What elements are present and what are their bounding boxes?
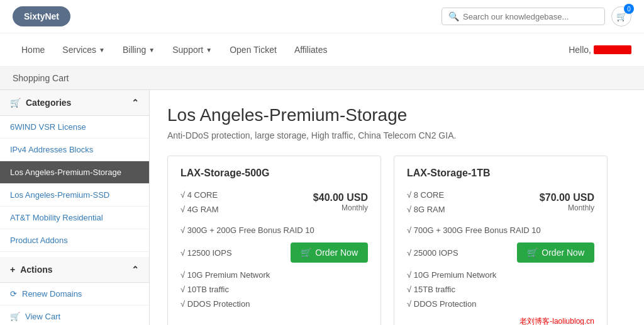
card-1tb-period: Monthly [540,203,594,212]
card-1tb-price: $70.00 USD Monthly [540,192,594,212]
billing-dropdown-arrow: ▼ [148,47,155,54]
search-box: 🔍 [441,8,605,25]
nav-affiliates[interactable]: Affiliates [286,33,336,66]
nav-user: Hello, [569,45,631,55]
logo[interactable]: SixtyNet [13,6,70,26]
support-dropdown-arrow: ▼ [206,47,212,54]
sidebar-item-renew-domains[interactable]: ⟳ Renew Domains [0,283,149,305]
card-500g-features-iops: √ 12500 IOPS [180,246,232,260]
actions-collapse-icon: ⌃ [131,265,139,275]
categories-header-left: 🛒 Categories [10,98,71,108]
card-500g-features-more: √ 300G + 200G Free Bonus RAID 10 [180,223,368,237]
order-btn-500g[interactable]: 🛒 Order Now [291,242,368,263]
feature-500g-6: √ DDOS Protection [180,297,368,311]
feature-500g-3: √ 12500 IOPS [180,246,232,260]
nav-home[interactable]: Home [13,33,53,66]
top-right: 🔍 🛒 0 [441,6,631,26]
sidebar-item-att[interactable]: AT&T Mobility Residential [0,207,149,229]
renew-icon: ⟳ [10,289,17,299]
nav-billing[interactable]: Billing ▼ [114,33,164,66]
search-icon: 🔍 [448,11,459,21]
feature-500g-5: √ 10TB traffic [180,282,368,297]
cart-icon: 🛒 [10,98,21,108]
actions-label: Actions [20,265,52,275]
page-title: Los Angeles-Premium-Storage [167,105,626,125]
nav-items: Home Services ▼ Billing ▼ Support ▼ Open… [13,33,569,66]
feature-1tb-4: √ 10G Premium Network [407,268,594,282]
card-500g-title: LAX-Storage-500G [180,168,368,179]
nav-user-name-redacted [594,45,631,54]
sidebar-item-la-ssd[interactable]: Los Angeles-Premium-SSD [0,184,149,207]
card-1tb-features-rest: √ 10G Premium Network √ 15TB traffic √ D… [407,268,594,311]
main-content: Los Angeles-Premium-Storage Anti-DDoS pr… [150,90,644,325]
sidebar-item-6wind[interactable]: 6WIND VSR License [0,116,149,139]
view-cart-label: View Cart [25,312,60,321]
actions-header-left: + Actions [10,265,53,275]
feature-500g-1: √ 4G RAM [180,202,219,217]
cart-badge: 🛒 0 [611,6,631,26]
categories-label: Categories [26,98,71,108]
product-card-500g: LAX-Storage-500G √ 4 CORE √ 4G RAM $40.0… [167,156,381,325]
feature-1tb-1: √ 8G RAM [407,202,445,217]
product-cards: LAX-Storage-500G √ 4 CORE √ 4G RAM $40.0… [167,156,626,325]
cart-count: 0 [624,4,634,14]
services-dropdown-arrow: ▼ [99,47,105,54]
card-500g-period: Monthly [313,203,368,212]
card-500g-features: √ 4 CORE √ 4G RAM [180,188,219,217]
cart-icon-btn-500g: 🛒 [301,248,311,258]
card-1tb-title: LAX-Storage-1TB [407,168,594,179]
categories-collapse-icon: ⌃ [131,98,139,108]
product-card-1tb: LAX-Storage-1TB √ 8 CORE √ 8G RAM $70.00… [394,156,608,325]
nav-user-hello: Hello, [569,45,591,55]
card-500g-features-rest: √ 10G Premium Network √ 10TB traffic √ D… [180,268,368,311]
feature-1tb-3: √ 25000 IOPS [407,246,458,260]
nav-services[interactable]: Services ▼ [53,33,114,66]
order-btn-1tb[interactable]: 🛒 Order Now [517,242,594,263]
card-1tb-features-more: √ 700G + 300G Free Bonus RAID 10 [407,223,594,237]
page-subtitle: Anti-DDoS protection, large storage, Hig… [167,130,626,140]
sidebar-item-view-cart[interactable]: 🛒 View Cart [0,305,149,325]
card-1tb-features-iops: √ 25000 IOPS [407,246,458,260]
plus-icon: + [10,265,15,275]
sidebar-item-la-storage[interactable]: Los Angeles-Premium-Storage [0,161,149,184]
nav-open-ticket[interactable]: Open Ticket [221,33,286,66]
view-cart-icon: 🛒 [10,312,20,321]
card-500g-price-amount: $40.00 USD [313,192,368,203]
sidebar: 🛒 Categories ⌃ 6WIND VSR License IPv4 Ad… [0,90,150,325]
sidebar-item-ipv4[interactable]: IPv4 Addresses Blocks [0,139,149,161]
top-bar: SixtyNet 🔍 🛒 0 [0,0,644,33]
card-1tb-price-amount: $70.00 USD [540,192,594,203]
order-btn-1tb-label: Order Now [541,248,584,258]
feature-1tb-2: √ 700G + 300G Free Bonus RAID 10 [407,223,594,237]
card-1tb-price-row: √ 8 CORE √ 8G RAM $70.00 USD Monthly [407,188,594,217]
card-500g-price-row: √ 4 CORE √ 4G RAM $40.00 USD Monthly [180,188,368,217]
order-btn-500g-label: Order Now [315,248,358,258]
feature-500g-0: √ 4 CORE [180,188,219,202]
main-layout: 🛒 Categories ⌃ 6WIND VSR License IPv4 Ad… [0,90,644,325]
actions-section-header[interactable]: + Actions ⌃ [0,257,149,283]
feature-1tb-0: √ 8 CORE [407,188,445,202]
feature-1tb-5: √ 15TB traffic [407,282,594,297]
main-nav: Home Services ▼ Billing ▼ Support ▼ Open… [0,33,644,67]
feature-500g-2: √ 300G + 200G Free Bonus RAID 10 [180,223,368,237]
cart-icon-btn-1tb: 🛒 [527,248,538,258]
feature-500g-4: √ 10G Premium Network [180,268,368,282]
card-1tb-features: √ 8 CORE √ 8G RAM [407,188,445,217]
breadcrumb: Shopping Cart [0,67,644,90]
sidebar-item-product-addons[interactable]: Product Addons [0,229,149,252]
categories-section-header[interactable]: 🛒 Categories ⌃ [0,90,149,116]
watermark: 老刘博客-laoliublog.cn [407,316,594,325]
renew-domains-label: Renew Domains [22,289,82,299]
nav-support[interactable]: Support ▼ [164,33,221,66]
feature-1tb-6: √ DDOS Protection [407,297,594,311]
card-500g-price: $40.00 USD Monthly [313,192,368,212]
search-input[interactable] [463,12,598,21]
